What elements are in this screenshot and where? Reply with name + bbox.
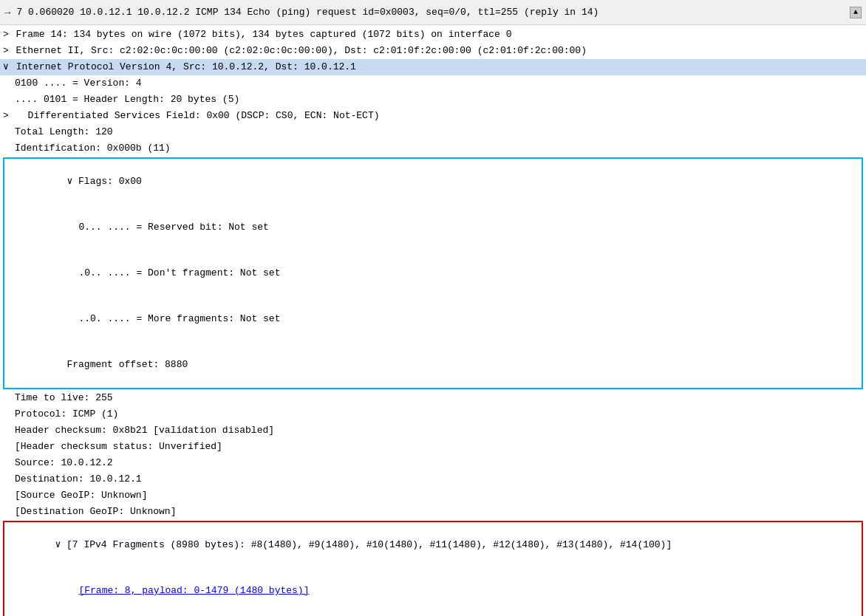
ipv4-geoip-src-row: [Source GeoIP: Unknown] xyxy=(0,487,866,504)
flags-dontfrag-text: .0.. .... = Don't fragment: Not set xyxy=(78,267,280,278)
header-summary-text: 7 0.060020 10.0.12.1 10.0.12.2 ICMP 134 … xyxy=(16,7,850,18)
ipv4-toggle-icon[interactable]: ∨ xyxy=(3,60,15,75)
ipv4-identification-text: Identification: 0x000b (11) xyxy=(3,141,863,156)
dsfield-toggle-icon[interactable]: > xyxy=(3,109,15,123)
ipv4-totallength-text: Total Length: 120 xyxy=(3,125,863,140)
frame-row[interactable]: > Frame 14: 134 bytes on wire (1072 bits… xyxy=(0,27,866,43)
flags-reserved-row: 0... .... = Reserved bit: Not set xyxy=(4,205,862,250)
ethernet-row-text: Ethernet II, Src: c2:02:0c:0c:00:00 (c2:… xyxy=(16,44,863,58)
header-arrow-icon: → xyxy=(4,7,10,18)
ipv4-version-text: 0100 .... = Version: 4 xyxy=(3,76,863,91)
flags-reserved-text: 0... .... = Reserved bit: Not set xyxy=(78,222,268,233)
ipv4-row[interactable]: ∨ Internet Protocol Version 4, Src: 10.0… xyxy=(0,59,866,75)
flags-morefrag-text: ..0. .... = More fragments: Not set xyxy=(78,313,280,324)
flags-box: ∨ Flags: 0x00 0... .... = Reserved bit: … xyxy=(3,157,863,389)
ipv4-ttl-text: Time to live: 255 xyxy=(3,391,863,405)
ipv4-checksum-row: Header checksum: 0x8b21 [validation disa… xyxy=(0,422,866,439)
ipv4-checksum-text: Header checksum: 0x8b21 [validation disa… xyxy=(3,423,863,438)
ipv4-protocol-row: Protocol: ICMP (1) xyxy=(0,406,866,422)
header-bar: → 7 0.060020 10.0.12.1 10.0.12.2 ICMP 13… xyxy=(0,0,866,25)
ipv4-dst-row: Destination: 10.0.12.1 xyxy=(0,471,866,487)
ipv4-geoip-dst-row: [Destination GeoIP: Unknown] xyxy=(0,504,866,520)
ipv4-identification-row: Identification: 0x000b (11) xyxy=(0,140,866,157)
fragments-header-text: [7 IPv4 Fragments (8980 bytes): #8(1480)… xyxy=(67,539,672,550)
ipv4-checksum-status-row: [Header checksum status: Unverified] xyxy=(0,439,866,455)
content-area: > Frame 14: 134 bytes on wire (1072 bits… xyxy=(0,25,866,616)
ipv4-dsfield-text: Differentiated Services Field: 0x00 (DSC… xyxy=(16,109,863,123)
ipv4-geoip-src-text: [Source GeoIP: Unknown] xyxy=(3,488,863,503)
frame-row-text: Frame 14: 134 bytes on wire (1072 bits),… xyxy=(16,27,863,42)
ipv4-source-text: Source: 10.0.12.2 xyxy=(3,456,863,470)
ipv4-protocol-text: Protocol: ICMP (1) xyxy=(3,407,863,422)
ipv4-dsfield-row[interactable]: > Differentiated Services Field: 0x00 (D… xyxy=(0,108,866,124)
scroll-indicator[interactable]: ▲ xyxy=(850,7,862,18)
fragments-box: ∨ [7 IPv4 Fragments (8980 bytes): #8(148… xyxy=(3,521,863,616)
ipv4-ttl-row: Time to live: 255 xyxy=(0,390,866,406)
ipv4-version-row: 0100 .... = Version: 4 xyxy=(0,75,866,92)
ipv4-row-text: Internet Protocol Version 4, Src: 10.0.1… xyxy=(16,60,863,75)
fragment-offset-text: Fragment offset: 8880 xyxy=(67,359,188,370)
ipv4-checksum-status-text: [Header checksum status: Unverified] xyxy=(3,439,863,454)
ethernet-toggle-icon[interactable]: > xyxy=(3,44,15,58)
frame-toggle-icon[interactable]: > xyxy=(3,27,15,42)
ethernet-row[interactable]: > Ethernet II, Src: c2:02:0c:0c:00:00 (c… xyxy=(0,43,866,59)
flags-header-text: Flags: 0x00 xyxy=(78,176,142,187)
ipv4-headerlength-row: .... 0101 = Header Length: 20 bytes (5) xyxy=(0,92,866,108)
flags-morefrag-row: ..0. .... = More fragments: Not set xyxy=(4,296,862,342)
fragment-link-0-text[interactable]: [Frame: 8, payload: 0-1479 (1480 bytes)] xyxy=(78,585,309,596)
fragments-header-row[interactable]: ∨ [7 IPv4 Fragments (8980 bytes): #8(148… xyxy=(4,522,862,568)
ipv4-dst-text: Destination: 10.0.12.1 xyxy=(3,472,863,487)
fragments-toggle-icon[interactable]: ∨ xyxy=(55,539,67,550)
ipv4-source-row: Source: 10.0.12.2 xyxy=(0,455,866,471)
fragment-offset-row: Fragment offset: 8880 xyxy=(4,342,862,388)
flags-header-row[interactable]: ∨ Flags: 0x00 xyxy=(4,159,862,205)
flags-toggle-icon[interactable]: ∨ xyxy=(67,176,78,187)
flags-dontfrag-row: .0.. .... = Don't fragment: Not set xyxy=(4,250,862,296)
ipv4-totallength-row: Total Length: 120 xyxy=(0,124,866,140)
fragment-link-0[interactable]: [Frame: 8, payload: 0-1479 (1480 bytes)] xyxy=(4,568,862,614)
ipv4-geoip-dst-text: [Destination GeoIP: Unknown] xyxy=(3,504,863,519)
packet-detail-pane: → 7 0.060020 10.0.12.1 10.0.12.2 ICMP 13… xyxy=(0,0,866,616)
ipv4-headerlength-text: .... 0101 = Header Length: 20 bytes (5) xyxy=(3,92,863,107)
